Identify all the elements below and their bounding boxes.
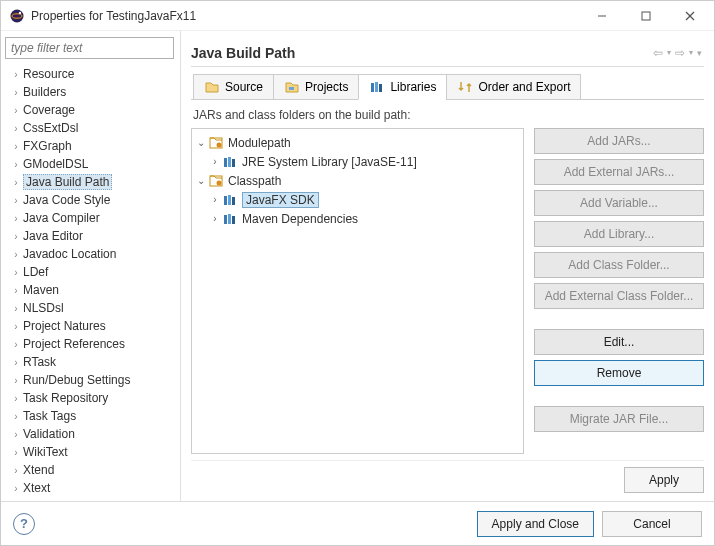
apply-button[interactable]: Apply [624,467,704,493]
filter-input[interactable] [5,37,174,59]
jre-library-node[interactable]: › JRE System Library [JavaSE-11] [194,152,521,171]
chevron-right-icon: › [9,195,23,206]
svg-rect-22 [228,214,231,224]
expander-closed-icon[interactable]: › [208,156,222,167]
category-coverage[interactable]: ›Coverage [5,101,174,119]
help-icon[interactable]: ? [13,513,35,535]
chevron-right-icon: › [9,69,23,80]
chevron-right-icon: › [9,249,23,260]
category-run-debug-settings[interactable]: ›Run/Debug Settings [5,371,174,389]
chevron-right-icon: › [9,303,23,314]
chevron-right-icon: › [9,465,23,476]
category-task-tags[interactable]: ›Task Tags [5,407,174,425]
classpath-label: Classpath [228,174,281,188]
modulepath-node[interactable]: ⌄ Modulepath [194,133,521,152]
category-xtend[interactable]: ›Xtend [5,461,174,479]
window-title: Properties for TestingJavaFx11 [31,9,580,23]
view-menu-icon[interactable]: ▾ [695,46,704,60]
nav-arrows: ⇦▾ ⇨▾ ▾ [651,44,704,62]
category-nlsdsl[interactable]: ›NLSDsl [5,299,174,317]
category-java-editor[interactable]: ›Java Editor [5,227,174,245]
titlebar: Properties for TestingJavaFx11 [1,1,714,31]
category-rtask[interactable]: ›RTask [5,353,174,371]
category-maven[interactable]: ›Maven [5,281,174,299]
expander-closed-icon[interactable]: › [208,213,222,224]
category-resource[interactable]: ›Resource [5,65,174,83]
svg-rect-15 [232,159,235,167]
category-builders[interactable]: ›Builders [5,83,174,101]
javafx-sdk-node[interactable]: › JavaFX SDK [194,190,521,209]
category-tree[interactable]: ›Resource›Builders›Coverage›CssExtDsl›FX… [5,65,174,497]
remove-button[interactable]: Remove [534,360,704,386]
tab-label: Libraries [390,80,436,94]
add-class-folder-button[interactable]: Add Class Folder... [534,252,704,278]
chevron-right-icon: › [9,375,23,386]
expander-open-icon[interactable]: ⌄ [194,175,208,186]
order-icon [457,79,473,95]
apply-and-close-button[interactable]: Apply and Close [477,511,594,537]
category-javadoc-location[interactable]: ›Javadoc Location [5,245,174,263]
svg-rect-8 [371,83,374,92]
chevron-right-icon: › [9,339,23,350]
chevron-right-icon: › [9,231,23,242]
tab-label: Order and Export [478,80,570,94]
svg-rect-7 [289,87,294,90]
filter-wrap [5,37,174,59]
bottom-bar: ? Apply and Close Cancel [1,501,714,545]
add-external-jars-button[interactable]: Add External JARs... [534,159,704,185]
category-java-code-style[interactable]: ›Java Code Style [5,191,174,209]
svg-rect-4 [642,12,650,20]
category-task-repository[interactable]: ›Task Repository [5,389,174,407]
maven-deps-label: Maven Dependencies [242,212,358,226]
maximize-button[interactable] [624,2,668,30]
classpath-node[interactable]: ⌄ Classpath [194,171,521,190]
chevron-right-icon: › [9,285,23,296]
migrate-jar-button[interactable]: Migrate JAR File... [534,406,704,432]
tab-libraries[interactable]: Libraries [358,74,447,100]
chevron-right-icon: › [9,393,23,404]
category-gmodeldsl[interactable]: ›GModelDSL [5,155,174,173]
expander-open-icon[interactable]: ⌄ [194,137,208,148]
forward-menu-icon[interactable]: ▾ [689,48,693,57]
svg-point-12 [217,142,222,147]
svg-rect-18 [224,196,227,205]
chevron-right-icon: › [9,87,23,98]
libraries-tree[interactable]: ⌄ Modulepath › JRE System Library [JavaS… [191,128,524,454]
forward-icon[interactable]: ⇨ [673,44,687,62]
tab-label: Projects [305,80,348,94]
svg-rect-21 [224,215,227,224]
add-variable-button[interactable]: Add Variable... [534,190,704,216]
category-validation[interactable]: ›Validation [5,425,174,443]
close-button[interactable] [668,2,712,30]
category-cssextdsl[interactable]: ›CssExtDsl [5,119,174,137]
expander-closed-icon[interactable]: › [208,194,222,205]
maven-deps-node[interactable]: › Maven Dependencies [194,209,521,228]
eclipse-icon [9,8,25,24]
cancel-button[interactable]: Cancel [602,511,702,537]
chevron-right-icon: › [9,213,23,224]
category-java-compiler[interactable]: ›Java Compiler [5,209,174,227]
category-xtext[interactable]: ›Xtext [5,479,174,497]
back-icon[interactable]: ⇦ [651,44,665,62]
minimize-button[interactable] [580,2,624,30]
back-menu-icon[interactable]: ▾ [667,48,671,57]
tab-source[interactable]: Source [193,74,274,100]
projects-icon [284,79,300,95]
tab-projects[interactable]: Projects [273,74,359,100]
category-fxgraph[interactable]: ›FXGraph [5,137,174,155]
category-project-references[interactable]: ›Project References [5,335,174,353]
add-jars-button[interactable]: Add JARs... [534,128,704,154]
svg-rect-13 [224,158,227,167]
add-external-class-folder-button[interactable]: Add External Class Folder... [534,283,704,309]
category-java-build-path[interactable]: ›Java Build Path [5,173,174,191]
modulepath-icon [208,135,224,151]
tab-order-and-export[interactable]: Order and Export [446,74,581,100]
category-project-natures[interactable]: ›Project Natures [5,317,174,335]
category-ldef[interactable]: ›LDef [5,263,174,281]
add-library-button[interactable]: Add Library... [534,221,704,247]
chevron-right-icon: › [9,123,23,134]
edit-button[interactable]: Edit... [534,329,704,355]
svg-rect-9 [375,82,378,92]
left-panel: ›Resource›Builders›Coverage›CssExtDsl›FX… [1,31,181,501]
category-wikitext[interactable]: ›WikiText [5,443,174,461]
